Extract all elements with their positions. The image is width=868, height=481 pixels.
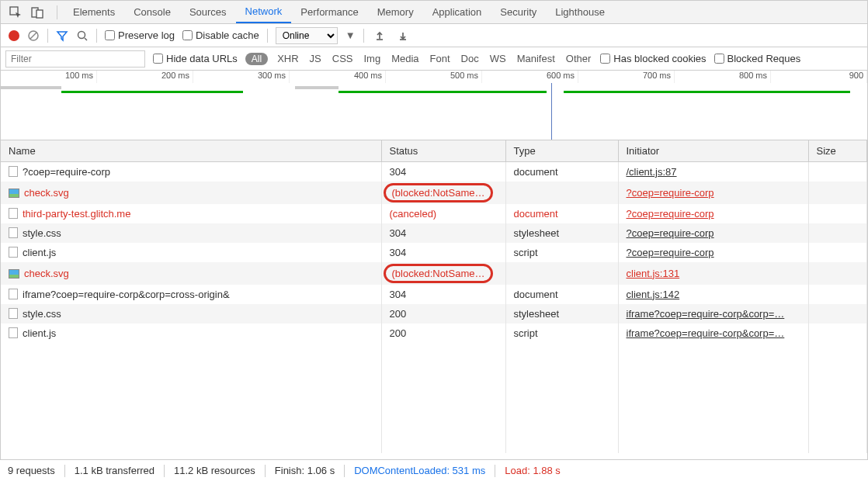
disable-cache-checkbox[interactable]: Disable cache bbox=[182, 29, 259, 41]
filter-type-manifest[interactable]: Manifest bbox=[516, 53, 557, 64]
table-row[interactable]: iframe?coep=require-corp&corp=cross-orig… bbox=[1, 285, 867, 304]
blocked-req-label: Blocked Reques bbox=[727, 53, 801, 64]
divider bbox=[57, 5, 57, 19]
throttling-dropdown-icon[interactable]: ▼ bbox=[345, 29, 356, 41]
divider bbox=[495, 465, 495, 477]
image-file-icon bbox=[9, 269, 19, 279]
tab-application[interactable]: Application bbox=[423, 1, 491, 23]
sb-requests: 9 requests bbox=[8, 465, 55, 476]
column-header-status[interactable]: Status bbox=[381, 140, 505, 162]
record-button[interactable] bbox=[9, 30, 19, 41]
timeline-tick: 500 ms bbox=[386, 71, 482, 83]
divider bbox=[96, 29, 97, 43]
timeline-tick: 900 bbox=[771, 71, 867, 83]
filter-toggle-icon[interactable] bbox=[56, 29, 68, 42]
tab-lighthouse[interactable]: Lighthouse bbox=[546, 1, 614, 23]
initiator-link[interactable]: ?coep=require-corp bbox=[627, 227, 714, 239]
timeline-overview[interactable]: 100 ms200 ms300 ms400 ms500 ms600 ms700 … bbox=[1, 71, 867, 140]
initiator-link[interactable]: ?coep=require-corp bbox=[627, 247, 714, 258]
file-icon bbox=[9, 289, 18, 299]
download-har-icon[interactable] bbox=[395, 30, 411, 41]
filter-type-media[interactable]: Media bbox=[390, 53, 420, 64]
clear-icon[interactable] bbox=[27, 29, 40, 42]
divider bbox=[267, 29, 268, 43]
filter-bar: Hide data URLs All XHRJSCSSImgMediaFontD… bbox=[1, 47, 867, 71]
devtools-tabs: ElementsConsoleSourcesNetworkPerformance… bbox=[1, 1, 867, 24]
filter-input[interactable] bbox=[5, 50, 145, 67]
table-row[interactable]: client.js200scriptiframe?coep=require-co… bbox=[1, 324, 867, 343]
column-header-initiator[interactable]: Initiator bbox=[618, 140, 808, 162]
table-row[interactable]: style.css200stylesheetiframe?coep=requir… bbox=[1, 304, 867, 324]
tab-network[interactable]: Network bbox=[236, 1, 292, 23]
preserve-log-checkbox[interactable]: Preserve log bbox=[105, 29, 175, 41]
column-header-type[interactable]: Type bbox=[505, 140, 618, 162]
tab-sources[interactable]: Sources bbox=[180, 1, 236, 23]
svg-line-6 bbox=[85, 38, 87, 40]
table-row[interactable]: check.svg(blocked:NotSame…?coep=require-… bbox=[1, 182, 867, 204]
table-row[interactable]: check.svg(blocked:NotSame…client.js:131 bbox=[1, 262, 867, 285]
sb-resources: 11.2 kB resources bbox=[174, 465, 255, 476]
tab-elements[interactable]: Elements bbox=[64, 1, 124, 23]
filter-type-img[interactable]: Img bbox=[362, 53, 382, 64]
table-row[interactable]: ?coep=require-corp304document/client.js:… bbox=[1, 162, 867, 182]
filter-type-font[interactable]: Font bbox=[429, 53, 452, 64]
initiator-link[interactable]: ?coep=require-corp bbox=[627, 187, 714, 199]
hide-data-urls-checkbox[interactable]: Hide data URLs bbox=[153, 53, 238, 64]
initiator-link[interactable]: iframe?coep=require-corp&corp=… bbox=[627, 308, 785, 320]
file-icon bbox=[9, 166, 18, 177]
status-highlight: (blocked:NotSame… bbox=[384, 183, 494, 202]
has-blocked-label: Has blocked cookies bbox=[613, 53, 706, 64]
status-highlight: (blocked:NotSame… bbox=[384, 264, 494, 283]
has-blocked-cookies-checkbox[interactable]: Has blocked cookies bbox=[600, 53, 706, 64]
timeline-tick: 800 ms bbox=[675, 71, 771, 83]
file-icon bbox=[9, 208, 18, 219]
network-toolbar: Preserve log Disable cache Online ▼ bbox=[1, 24, 867, 47]
disable-cache-label: Disable cache bbox=[196, 29, 259, 41]
filter-type-js[interactable]: JS bbox=[308, 53, 323, 64]
timeline-tick: 400 ms bbox=[290, 71, 386, 83]
filter-type-doc[interactable]: Doc bbox=[460, 53, 481, 64]
filter-type-xhr[interactable]: XHR bbox=[276, 53, 300, 64]
table-row[interactable]: style.css304stylesheet?coep=require-corp bbox=[1, 223, 867, 243]
file-icon bbox=[9, 308, 18, 319]
image-file-icon bbox=[9, 189, 19, 198]
timeline-tick: 600 ms bbox=[482, 71, 578, 83]
file-icon bbox=[9, 227, 18, 238]
search-icon[interactable] bbox=[76, 29, 89, 42]
initiator-link[interactable]: /client.js:87 bbox=[627, 166, 677, 178]
sb-load: Load: 1.88 s bbox=[505, 465, 561, 476]
hide-data-urls-label: Hide data URLs bbox=[166, 53, 238, 64]
status-bar: 9 requests 1.1 kB transferred 11.2 kB re… bbox=[0, 459, 868, 481]
timeline-tick: 700 ms bbox=[578, 71, 675, 83]
timeline-tick: 300 ms bbox=[193, 71, 290, 83]
table-row[interactable]: third-party-test.glitch.me(canceled)docu… bbox=[1, 204, 867, 223]
column-header-size[interactable]: Size bbox=[808, 140, 867, 162]
file-icon bbox=[9, 327, 18, 338]
tab-memory[interactable]: Memory bbox=[368, 1, 423, 23]
svg-rect-2 bbox=[36, 10, 43, 18]
divider bbox=[64, 465, 65, 477]
upload-har-icon[interactable] bbox=[372, 30, 387, 41]
filter-type-other[interactable]: Other bbox=[564, 53, 593, 64]
preserve-log-label: Preserve log bbox=[118, 29, 175, 41]
sb-dcl: DOMContentLoaded: 531 ms bbox=[354, 465, 485, 476]
initiator-link[interactable]: client.js:131 bbox=[627, 268, 680, 279]
initiator-link[interactable]: iframe?coep=require-corp&corp=… bbox=[627, 327, 785, 339]
filter-type-all[interactable]: All bbox=[245, 53, 268, 65]
column-header-name[interactable]: Name bbox=[1, 140, 381, 162]
inspect-icon[interactable] bbox=[7, 4, 24, 21]
svg-point-5 bbox=[78, 31, 85, 38]
filter-type-ws[interactable]: WS bbox=[488, 53, 508, 64]
tab-performance[interactable]: Performance bbox=[291, 1, 367, 23]
tab-security[interactable]: Security bbox=[491, 1, 546, 23]
device-toolbar-icon[interactable] bbox=[29, 4, 46, 21]
sb-transferred: 1.1 kB transferred bbox=[75, 465, 155, 476]
throttling-select[interactable]: Online bbox=[276, 27, 338, 44]
filter-type-css[interactable]: CSS bbox=[331, 53, 355, 64]
initiator-link[interactable]: client.js:142 bbox=[627, 289, 680, 300]
initiator-link[interactable]: ?coep=require-corp bbox=[627, 208, 714, 220]
blocked-requests-checkbox[interactable]: Blocked Reques bbox=[714, 53, 801, 64]
requests-table: NameStatusTypeInitiatorSize ?coep=requir… bbox=[1, 140, 867, 343]
table-row[interactable]: client.js304script?coep=require-corp bbox=[1, 243, 867, 262]
tab-console[interactable]: Console bbox=[124, 1, 180, 23]
